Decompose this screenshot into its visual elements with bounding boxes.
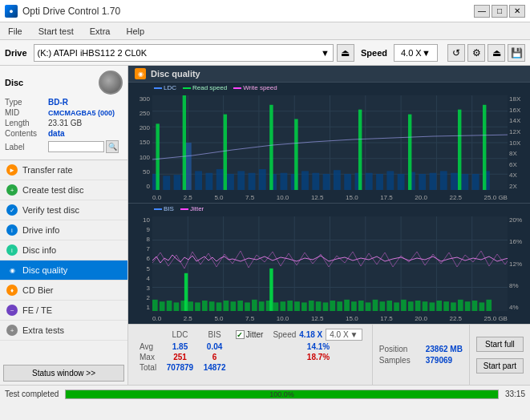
drive-info-label: Drive info — [22, 225, 59, 235]
title-bar: ● Opti Drive Control 1.70 — □ ✕ — [0, 0, 530, 22]
bis-color — [154, 208, 162, 210]
main-layout: Disc Type BD-R MID CMCMAGBA5 (000) Lengt… — [0, 66, 530, 385]
sidebar-item-verify-test-disc[interactable]: ✓ Verify test disc — [0, 200, 127, 220]
chart1: LDC Read speed Write speed 300 250 — [128, 83, 530, 204]
settings-icon[interactable]: ⚙ — [467, 44, 485, 62]
disc-quality-title: Disc quality — [151, 69, 200, 79]
menu-file[interactable]: File — [3, 25, 27, 38]
nav-items: ► Transfer rate + Create test disc ✓ Ver… — [0, 160, 127, 361]
col-empty — [135, 328, 162, 341]
charts-container: LDC Read speed Write speed 300 250 — [128, 83, 530, 324]
svg-rect-77 — [224, 301, 229, 311]
sidebar-item-drive-info[interactable]: i Drive info — [0, 220, 127, 240]
sidebar-item-disc-info[interactable]: i Disc info — [0, 240, 127, 260]
svg-rect-115 — [184, 273, 188, 311]
drive-select: (K:) ATAPI iHBS112 2 CL0K ▼ ⏏ — [34, 44, 354, 62]
svg-rect-89 — [309, 301, 314, 311]
chart1-x-axis: 0.0 2.5 5.0 7.5 10.0 12.5 15.0 17.5 20.0… — [152, 194, 508, 201]
max-jitter: 18.7% — [268, 352, 368, 362]
avg-jitter: 14.1% — [268, 341, 368, 352]
close-button[interactable]: ✕ — [509, 5, 525, 18]
speed-dropdown[interactable]: 4.0 X ▼ — [394, 44, 438, 62]
svg-rect-76 — [216, 302, 222, 311]
sidebar-item-cd-bier[interactable]: ♦ CD Bier — [0, 281, 127, 301]
svg-rect-96 — [358, 301, 364, 311]
sidebar-item-disc-quality[interactable]: ◉ Disc quality — [0, 260, 127, 281]
y1r-12x: 12X — [509, 128, 520, 135]
svg-rect-21 — [227, 174, 234, 190]
position-key: Position — [379, 345, 421, 353]
svg-rect-85 — [280, 301, 285, 311]
maximize-button[interactable]: □ — [492, 5, 508, 18]
cd-bier-icon: ♦ — [6, 285, 18, 296]
svg-rect-50 — [294, 119, 297, 191]
y1r-6x: 6X — [509, 161, 517, 168]
sidebar-item-extra-tests[interactable]: + Extra tests — [0, 321, 127, 341]
toolbar-icons: ↺ ⚙ ⏏ 💾 — [447, 44, 525, 62]
svg-rect-82 — [259, 301, 265, 311]
svg-rect-18 — [195, 171, 202, 190]
type-key: Type — [5, 98, 48, 107]
x1-10: 10.0 — [277, 194, 289, 201]
start-part-button[interactable]: Start part — [476, 358, 524, 374]
action-buttons: Start full Start part — [469, 325, 530, 385]
speed-current-val: 4.18 X — [299, 330, 322, 339]
drive-dropdown[interactable]: (K:) ATAPI iHBS112 2 CL0K ▼ — [34, 44, 334, 62]
sidebar-item-create-test-disc[interactable]: + Create test disc — [0, 180, 127, 200]
menu-start-test[interactable]: Start test — [34, 25, 79, 38]
chart1-legend: LDC Read speed Write speed — [154, 84, 277, 91]
x1-17.5: 17.5 — [380, 194, 393, 201]
svg-rect-53 — [458, 110, 461, 190]
eject2-icon[interactable]: ⏏ — [488, 44, 505, 62]
chart1-y-right: 18X 16X 14X 12X 10X 8X 6X 4X 2X — [508, 95, 530, 190]
menu-extra[interactable]: Extra — [85, 25, 115, 38]
speed-select[interactable]: 4.0 X ▼ — [326, 329, 362, 341]
label-search-button[interactable]: 🔍 — [106, 140, 119, 153]
disc-title: Disc — [5, 78, 23, 87]
fe-te-label: FE / TE — [22, 305, 52, 315]
sidebar-item-fe-te[interactable]: ~ FE / TE — [0, 301, 127, 321]
disc-quality-header: ◉ Disc quality — [128, 66, 530, 83]
svg-rect-87 — [294, 301, 300, 311]
svg-rect-78 — [230, 301, 236, 311]
svg-rect-98 — [373, 300, 378, 311]
y1r-8x: 8X — [509, 150, 517, 157]
disc-graphic — [99, 71, 123, 95]
disc-info-label: Disc info — [22, 245, 56, 255]
svg-rect-81 — [252, 300, 257, 311]
verify-test-disc-icon: ✓ — [6, 204, 18, 216]
eject-button[interactable]: ⏏ — [337, 44, 354, 62]
status-window-button[interactable]: Status window >> — [3, 365, 124, 382]
svg-rect-116 — [269, 269, 273, 311]
svg-rect-49 — [269, 105, 273, 190]
save-icon[interactable]: 💾 — [508, 44, 525, 62]
svg-rect-103 — [408, 301, 414, 311]
jitter-checkbox[interactable]: ✓ — [236, 330, 245, 339]
minimize-button[interactable]: — — [474, 5, 490, 18]
refresh-icon[interactable]: ↺ — [447, 44, 465, 62]
position-samples-area: Position 23862 MB Samples 379069 — [372, 325, 469, 385]
transfer-rate-icon: ► — [6, 164, 18, 176]
label-input[interactable] — [48, 141, 104, 152]
mid-val: CMCMAGBA5 (000) — [48, 109, 115, 117]
col-ldc: LDC — [162, 328, 199, 341]
x1-15: 15.0 — [346, 194, 358, 201]
svg-rect-102 — [401, 300, 407, 311]
start-full-button[interactable]: Start full — [476, 337, 524, 352]
y1-0: 0 — [147, 183, 150, 190]
menu-help[interactable]: Help — [121, 25, 149, 38]
y1-300: 300 — [140, 95, 150, 103]
svg-rect-40 — [430, 173, 437, 190]
progress-text: 100.0% — [66, 390, 498, 398]
svg-rect-52 — [408, 115, 411, 190]
x1-12.5: 12.5 — [311, 194, 324, 201]
svg-rect-41 — [440, 171, 447, 190]
svg-rect-105 — [423, 301, 428, 311]
total-ldc: 707879 — [162, 362, 199, 373]
drive-info-icon: i — [6, 224, 18, 236]
sidebar-item-transfer-rate[interactable]: ► Transfer rate — [0, 160, 127, 180]
time-display: 33:15 — [505, 390, 525, 398]
progress-bar-container: 100.0% — [65, 390, 499, 399]
y1r-14x: 14X — [509, 117, 520, 124]
extra-tests-label: Extra tests — [22, 325, 64, 335]
